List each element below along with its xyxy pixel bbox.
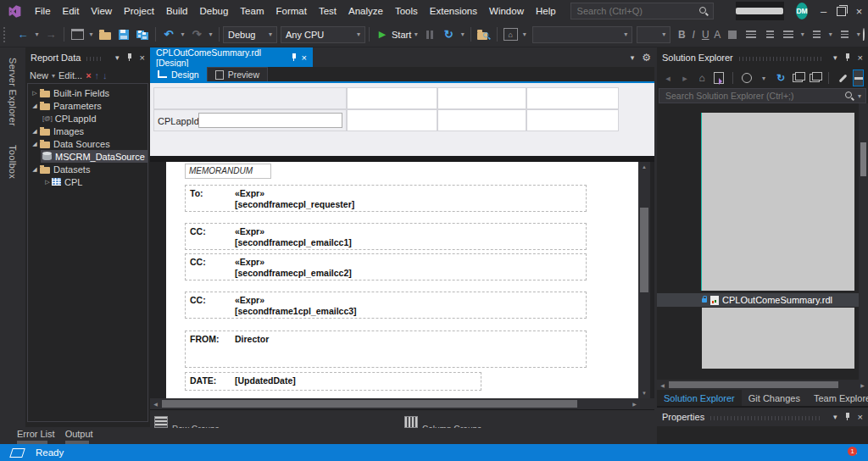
properties-wrench-icon[interactable] <box>836 70 849 86</box>
fill-color-button[interactable] <box>724 25 741 44</box>
report-textbox-from[interactable]: FROM: Director <box>185 330 587 368</box>
refresh-icon[interactable]: ↻ <box>774 70 787 86</box>
close-icon[interactable]: × <box>858 412 863 422</box>
tab-team-explorer[interactable]: Team Explorer <box>807 390 868 406</box>
save-all-button[interactable] <box>134 25 151 44</box>
solution-item-selected[interactable]: CPLOutComeSummary.rdl <box>657 293 859 307</box>
move-up-button[interactable]: ↑ <box>95 70 100 81</box>
close-icon[interactable]: × <box>140 53 145 63</box>
horizontal-scrollbar[interactable]: ◀ ▶ <box>150 398 640 409</box>
menu-window[interactable]: Window <box>483 6 530 16</box>
restart-caret[interactable]: ▾ <box>459 25 466 44</box>
list-style-caret[interactable]: ▾ <box>798 25 806 44</box>
save-button[interactable] <box>115 25 132 44</box>
indent-increase-button[interactable] <box>836 25 853 44</box>
tab-design[interactable]: Design <box>150 67 207 81</box>
list-style-button[interactable] <box>780 25 797 44</box>
tree-item-datasets[interactable]: ◢ Datasets <box>28 163 147 175</box>
quick-search-box[interactable] <box>570 3 714 19</box>
scroll-left-icon[interactable]: ◀ <box>657 380 668 390</box>
quick-search-input[interactable] <box>576 5 699 17</box>
restart-button[interactable]: ↻ <box>440 25 457 44</box>
report-textbox-to[interactable]: To: «Expr»[secondframecpl_requester] <box>185 185 587 212</box>
navigate-back-button[interactable]: ← <box>14 25 31 44</box>
scroll-right-icon[interactable]: ▶ <box>629 398 640 409</box>
report-textbox-cc2[interactable]: CC: «Expr»[secondframecpl_emailcc2] <box>185 253 587 280</box>
pin-tab-icon[interactable] <box>291 53 297 62</box>
menu-build[interactable]: Build <box>160 6 194 16</box>
report-textbox-date[interactable]: DATE: [UpdatedDate] <box>185 372 481 391</box>
tree-item-parameters[interactable]: ◢ Parameters <box>28 99 147 112</box>
menu-analyze[interactable]: Analyze <box>342 6 389 16</box>
expander-icon[interactable]: ▷ <box>31 90 39 97</box>
user-avatar[interactable]: DM <box>796 3 808 19</box>
redo-button[interactable]: ↷ <box>188 25 205 44</box>
move-down-button[interactable]: ↓ <box>103 70 108 81</box>
new-caret[interactable]: ▾ <box>52 72 55 80</box>
tab-solution-explorer[interactable]: Solution Explorer <box>657 390 742 406</box>
vertical-scrollbar[interactable]: ▲ ▼ <box>638 162 650 398</box>
open-file-button[interactable] <box>97 25 114 44</box>
tab-output[interactable]: Output <box>65 427 93 444</box>
undo-button[interactable]: ↶ <box>160 25 177 44</box>
new-button[interactable]: New <box>30 70 48 81</box>
pin-icon[interactable] <box>126 53 133 62</box>
toolbar-grip[interactable] <box>3 27 9 42</box>
tab-list-caret-icon[interactable]: ▾ <box>631 53 635 62</box>
search-options-caret[interactable]: ▾ <box>858 92 861 100</box>
tree-item-cplappid[interactable]: [@] CPLappId <box>28 112 147 125</box>
horizontal-scrollbar-thumb[interactable] <box>162 400 577 408</box>
new-project-caret[interactable]: ▾ <box>87 25 95 44</box>
delete-button[interactable]: × <box>86 70 91 81</box>
vertical-scrollbar-thumb[interactable] <box>640 208 648 292</box>
document-tab[interactable]: CPLOutComeSummary.rdl [Design] × <box>150 47 313 67</box>
report-page[interactable]: MEMORANDUM To: «Expr»[secondframecpl_req… <box>166 162 638 398</box>
tab-git-changes[interactable]: Git Changes <box>742 390 807 406</box>
menu-tools[interactable]: Tools <box>389 6 424 16</box>
start-caret[interactable]: ▾ <box>412 25 420 44</box>
menu-format[interactable]: Format <box>270 6 312 16</box>
menu-project[interactable]: Project <box>118 6 160 16</box>
properties-pages-icon[interactable] <box>808 70 821 86</box>
preview-in-browser-button[interactable]: ⌂ <box>502 25 519 44</box>
indent-caret-2[interactable]: ▾ <box>854 25 862 44</box>
undo-caret[interactable]: ▾ <box>179 25 186 44</box>
row-groups-icon[interactable] <box>154 416 168 428</box>
scroll-left-icon[interactable]: ◀ <box>150 398 161 409</box>
italic-button[interactable]: I <box>687 29 699 41</box>
column-groups-icon[interactable] <box>404 416 418 428</box>
tree-item-built-in-fields[interactable]: ▷ Built-in Fields <box>28 86 147 99</box>
new-project-button[interactable] <box>69 25 86 44</box>
back-icon[interactable]: ◂ <box>661 70 675 86</box>
tab-server-explorer[interactable]: Server Explorer <box>8 58 18 126</box>
tab-preview[interactable]: Preview <box>207 67 268 81</box>
menu-help[interactable]: Help <box>530 6 562 16</box>
solution-hscroll-thumb[interactable] <box>669 381 838 388</box>
minimize-button[interactable]: – <box>815 0 832 22</box>
expander-icon[interactable]: ◢ <box>31 141 39 147</box>
pin-icon[interactable] <box>844 53 851 62</box>
menu-debug[interactable]: Debug <box>193 6 234 16</box>
navigate-forward-button[interactable]: → <box>42 25 59 44</box>
live-share-icon[interactable] <box>863 28 865 41</box>
scroll-up-icon[interactable]: ▲ <box>638 162 650 172</box>
tree-item-cpl[interactable]: ▷ CPL <box>28 175 147 188</box>
search-icon[interactable] <box>845 92 854 101</box>
scroll-right-icon[interactable]: ▶ <box>857 380 868 390</box>
navigate-back-caret[interactable]: ▾ <box>33 25 41 44</box>
tab-error-list[interactable]: Error List <box>17 427 55 444</box>
window-menu-icon[interactable]: ▾ <box>833 413 837 421</box>
parameter-grid-cell[interactable] <box>347 109 437 131</box>
font-name-dropdown[interactable]: ▾ <box>532 26 632 43</box>
solution-platform-dropdown[interactable]: Any CPU▾ <box>281 26 365 43</box>
parameter-grid-cell[interactable] <box>347 87 437 109</box>
font-size-dropdown[interactable]: ▾ <box>637 26 670 43</box>
home-icon[interactable]: ⌂ <box>695 70 709 86</box>
menu-edit[interactable]: Edit <box>57 6 86 16</box>
pending-changes-filter-icon[interactable] <box>740 70 754 86</box>
align-left-button[interactable] <box>743 25 760 44</box>
tree-item-images[interactable]: ◢ Images <box>28 125 147 137</box>
solution-vertical-scrollbar[interactable] <box>859 103 868 380</box>
expander-icon[interactable]: ◢ <box>31 103 39 109</box>
parameter-grid-cell[interactable] <box>437 87 526 109</box>
